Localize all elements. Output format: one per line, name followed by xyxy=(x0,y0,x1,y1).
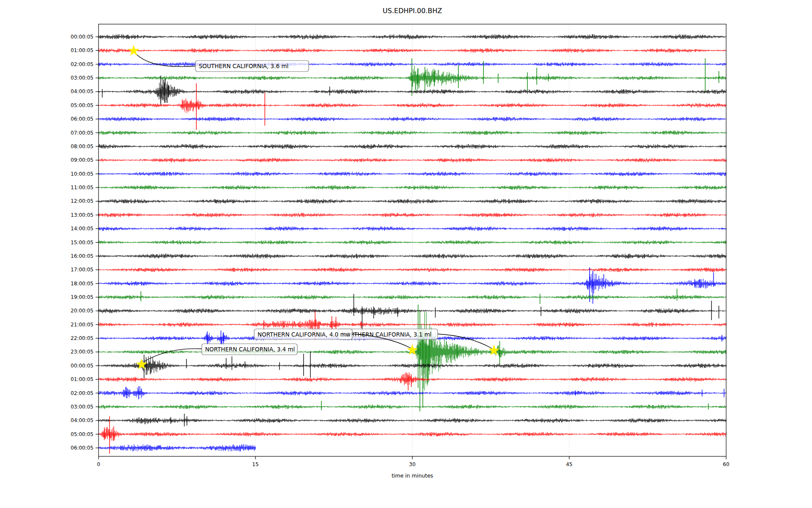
row-time-label: 03:00:05 xyxy=(71,404,93,410)
row-time-label: 04:00:05 xyxy=(71,88,93,94)
event-star-marker xyxy=(488,345,500,355)
trace-row-8 xyxy=(99,144,726,149)
grid-lines xyxy=(255,24,569,456)
trace-row-11 xyxy=(99,185,726,190)
trace-row-25-event-spikes xyxy=(135,374,411,390)
trace-row-9 xyxy=(99,158,726,163)
row-time-label: 23:00:05 xyxy=(71,349,93,355)
trace-row-1 xyxy=(99,48,726,53)
row-time-label: 04:00:05 xyxy=(71,417,93,423)
x-tick-label: 45 xyxy=(566,461,572,467)
helicorder-plot: US.EDHPI.00.BHZ NORTHERN CALIFORNIA, 3.1… xyxy=(0,0,812,508)
row-time-label: 08:00:05 xyxy=(71,144,93,149)
trace-row-15 xyxy=(99,240,726,245)
trace-row-12 xyxy=(99,199,726,204)
trace-row-10 xyxy=(99,171,726,176)
annotation-group: NORTHERN CALIFORNIA, 3.1 mlNORTHERN CALI… xyxy=(128,45,500,369)
annotation-leader-line xyxy=(438,334,492,348)
x-tick-label: 60 xyxy=(723,461,729,467)
x-axis-label: time in minutes xyxy=(392,472,433,479)
trace-row-2 xyxy=(99,62,726,66)
row-time-label: 07:00:05 xyxy=(71,130,93,136)
trace-row-24 xyxy=(99,356,726,375)
row-time-label: 00:00:05 xyxy=(71,363,93,369)
page-title: US.EDHPI.00.BHZ xyxy=(383,7,442,15)
x-tick-label: 0 xyxy=(97,461,100,467)
row-time-label: 06:00:05 xyxy=(71,116,93,122)
annotation-leader-line xyxy=(143,349,202,362)
row-time-label: 21:00:05 xyxy=(71,322,93,328)
x-tick-label: 30 xyxy=(409,461,415,467)
row-time-label: 09:00:05 xyxy=(71,157,93,163)
x-tick-label: 15 xyxy=(252,461,258,467)
trace-row-0 xyxy=(99,34,726,39)
row-time-label: 17:00:05 xyxy=(71,267,93,273)
row-time-label: 15:00:05 xyxy=(71,240,93,246)
row-time-label: 10:00:05 xyxy=(71,171,93,177)
seismogram-figure: US.EDHPI.00.BHZ NORTHERN CALIFORNIA, 3.1… xyxy=(0,0,812,508)
row-time-label: 11:00:05 xyxy=(71,185,93,190)
row-time-label: 12:00:05 xyxy=(71,198,93,204)
row-time-label: 02:00:05 xyxy=(71,390,93,396)
trace-row-26 xyxy=(99,386,726,399)
row-time-label: 05:00:05 xyxy=(71,431,93,437)
row-time-label: 02:00:05 xyxy=(71,61,93,67)
row-time-label: 14:00:05 xyxy=(71,226,93,232)
plot-frame xyxy=(99,24,726,456)
event-annotation-label: SOUTHERN CALIFORNIA, 3.6 ml xyxy=(199,63,288,69)
row-time-label: 20:00:05 xyxy=(71,308,93,314)
trace-row-28 xyxy=(99,417,726,425)
trace-row-14 xyxy=(99,226,726,231)
row-time-label: 00:00:05 xyxy=(71,34,93,40)
trace-row-13 xyxy=(99,213,726,218)
row-time-label: 18:00:05 xyxy=(71,281,93,287)
row-time-label: 01:00:05 xyxy=(71,47,93,53)
row-time-label: 03:00:05 xyxy=(71,75,93,81)
row-time-label: 19:00:05 xyxy=(71,294,93,300)
trace-row-30 xyxy=(99,444,255,452)
trace-row-24-event-spikes xyxy=(144,351,310,378)
event-annotation-label: NORTHERN CALIFORNIA, 4.0 mw xyxy=(258,331,351,338)
row-time-label: 16:00:05 xyxy=(71,253,93,259)
row-time-label: 06:00:05 xyxy=(71,445,93,451)
event-annotation-label: NORTHERN CALIFORNIA, 3.4 ml xyxy=(205,346,295,353)
row-time-label: 22:00:05 xyxy=(71,335,93,341)
event-star-marker xyxy=(128,45,140,55)
row-time-label: 05:00:05 xyxy=(71,102,93,108)
row-time-label: 13:00:05 xyxy=(71,212,93,218)
row-time-label: 01:00:05 xyxy=(71,376,93,382)
